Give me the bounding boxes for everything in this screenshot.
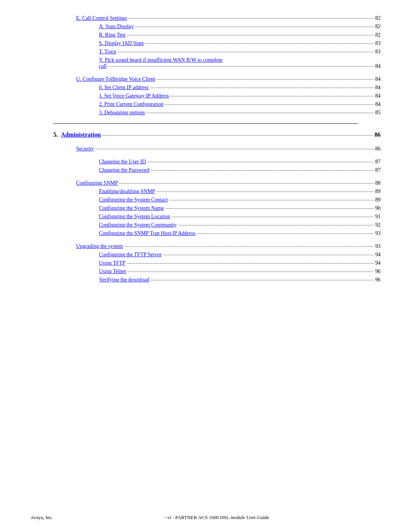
toc-entry-enabling-snmp: Enabling/disabling SNMP 89 [30, 189, 381, 195]
toc-entry-using-tftp: Using TFTP 94 [30, 260, 381, 266]
page-num: 86 [375, 146, 381, 152]
dots [102, 135, 373, 136]
dots [135, 27, 374, 27]
link-r-ring[interactable]: R. Ring Test [99, 32, 126, 38]
toc-entry-snmp-trap: Configuring the SNMP Trap Host IP Addres… [30, 230, 381, 236]
link-security[interactable]: Security [76, 146, 94, 152]
dots [118, 52, 374, 52]
link-u-tollbridge[interactable]: U. Configure Tollbridge Voice Client [76, 76, 155, 82]
toc-entry-1-set-voice: 1. Set Voice Gateway IP Address 84 [30, 93, 381, 99]
link-3-debugging[interactable]: 3. Debugging options [99, 110, 145, 116]
link-e-call-control[interactable]: E. Call Control Settings [76, 15, 127, 21]
toc-entry-configuring-snmp: Configuring SNMP 88 [30, 180, 381, 186]
link-0-set-client[interactable]: 0. Set Client IP address [99, 85, 149, 91]
link-using-telnet[interactable]: Using Telnet [99, 268, 126, 275]
link-verifying-download[interactable]: Verifying the download [99, 277, 149, 283]
link-1-set-voice[interactable]: 1. Set Voice Gateway IP Address [99, 93, 169, 99]
dots [166, 208, 374, 209]
toc-entry-r-ring: R. Ring Test 82 [30, 32, 381, 38]
page-num: 87 [375, 167, 381, 173]
toc-entry-e-call-control: E. Call Control Settings 82 [30, 15, 381, 21]
dots [119, 183, 374, 184]
link-configuring-snmp[interactable]: Configuring SNMP [76, 180, 118, 186]
link-tftp-server[interactable]: Configuring the TFTP Server [99, 252, 162, 258]
toc-entry-0-set-client: 0. Set Client IP address 84 [30, 85, 381, 91]
page-num: 84 [375, 101, 381, 107]
page-num: 84 [375, 93, 381, 99]
page-num: 85 [375, 110, 381, 116]
link-enabling-snmp[interactable]: Enabling/disabling SNMP [99, 189, 155, 195]
dots [163, 255, 374, 255]
toc-entry-tftp-server: Configuring the TFTP Server 94 [30, 252, 381, 258]
section-5-header: 5. Administration 86 [30, 131, 381, 138]
link-v-pick-sound[interactable]: V. Pick sound heard if insufficient WAN … [99, 57, 223, 63]
dots [178, 225, 374, 225]
link-changing-password[interactable]: Changing the Password [99, 167, 149, 173]
dots [127, 35, 374, 35]
link-t-trace[interactable]: T. Trace [99, 49, 116, 55]
page-num: 82 [375, 15, 381, 21]
toc-entry-v-pick-sound: V. Pick sound heard if insufficient WAN … [30, 57, 381, 69]
toc-entry-2-print-current: 2. Print Current Configuration 84 [30, 101, 381, 107]
dots [151, 280, 374, 280]
footer-left: Avaya, Inc. [30, 514, 53, 521]
link-system-contact[interactable]: Configuring the System Contact [99, 197, 168, 203]
link-system-name[interactable]: Configuring the System Name [99, 205, 164, 211]
dots [165, 104, 374, 105]
page-num: 93 [375, 243, 381, 249]
toc-entry-using-telnet: Using Telnet 96 [30, 268, 381, 275]
link-a-stats[interactable]: A. Stats Display [99, 24, 134, 30]
page-num: 82 [375, 24, 381, 30]
link-system-location[interactable]: Configuring the System Location [99, 214, 170, 220]
dots [157, 79, 374, 80]
toc-bottom-section: Security 86 Changing the User ID 87 Chan… [30, 146, 381, 283]
page-num: 83 [375, 49, 381, 55]
two-line-line1: V. Pick sound heard if insufficient WAN … [99, 57, 381, 63]
toc-entry-u-tollbridge: U. Configure Tollbridge Voice Client 84 [30, 76, 381, 82]
link-using-tftp[interactable]: Using TFTP [99, 260, 125, 266]
toc-entry-changing-userid: Changing the User ID 87 [30, 159, 381, 165]
link-snmp-trap[interactable]: Configuring the SNMP Trap Host IP Addres… [99, 230, 195, 236]
toc-entry-upgrading: Upgrading the system 93 [30, 243, 381, 249]
toc-entry-verifying-download: Verifying the download 96 [30, 277, 381, 283]
toc-entry-system-contact: Configuring the System Contact 89 [30, 197, 381, 203]
dots [151, 170, 374, 171]
link-s-display[interactable]: S. Display IAD State [99, 40, 144, 46]
section-divider [53, 123, 358, 124]
link-system-community[interactable]: Configuring the System Community [99, 222, 177, 228]
toc-entry-system-name: Configuring the System Name 90 [30, 205, 381, 211]
page-num: 88 [375, 180, 381, 186]
toc-entry-security: Security 86 [30, 146, 381, 152]
toc-entry-t-trace: T. Trace 83 [30, 49, 381, 55]
link-administration[interactable]: Administration [61, 131, 101, 138]
toc-top-section: E. Call Control Settings 82 A. Stats Dis… [30, 15, 381, 69]
link-upgrading[interactable]: Upgrading the system [76, 243, 123, 249]
link-2-print-current[interactable]: 2. Print Current Configuration [99, 101, 164, 107]
dots [108, 66, 374, 67]
page-num: 82 [375, 32, 381, 38]
dots [124, 246, 374, 247]
page-num: 89 [375, 197, 381, 203]
page-num: 90 [375, 205, 381, 211]
toc-entry-changing-password: Changing the Password 87 [30, 167, 381, 173]
link-v-pick-sound-cont[interactable]: call [99, 63, 107, 69]
page-num: 86 [374, 131, 381, 138]
toc-entry-system-community: Configuring the System Community 92 [30, 222, 381, 228]
dots [150, 88, 374, 88]
toc-entry-s-display: S. Display IAD State 83 [30, 40, 381, 46]
dots [197, 233, 374, 234]
dots [127, 272, 374, 272]
dots [170, 96, 374, 96]
dots [169, 200, 374, 200]
link-changing-userid[interactable]: Changing the User ID [99, 159, 146, 165]
page-num: 83 [375, 40, 381, 46]
page-num: 84 [375, 85, 381, 91]
dots [156, 192, 374, 192]
page: E. Call Control Settings 82 A. Stats Dis… [0, 0, 411, 532]
page-num: 93 [375, 230, 381, 236]
page-num: 84 [375, 63, 381, 69]
footer-center: - vi - PARTNER ACS 1600 DSL module User … [53, 514, 381, 521]
dots [172, 217, 374, 217]
page-num: 96 [375, 277, 381, 283]
page-num: 91 [375, 214, 381, 220]
